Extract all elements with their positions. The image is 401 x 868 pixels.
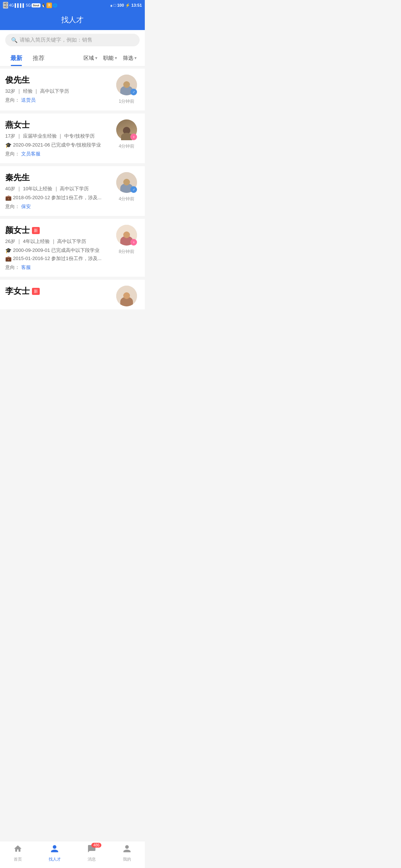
card-left-4: 颜女士 新 26岁 ｜ 4年以上经验 ｜ 高中以下学历 🎓 2000-09-20…: [5, 225, 110, 271]
clock: 13:51: [131, 3, 142, 7]
vpn-icon: 🌐: [53, 3, 57, 7]
intent-row-2: 意向： 文员客服: [5, 151, 110, 157]
time-ago-4: 8分钟前: [119, 249, 135, 255]
avatar-1: ♂: [116, 75, 137, 95]
more-arrow: ▼: [134, 56, 137, 60]
work-icon-4: 💼: [5, 256, 12, 262]
edu-icon: 🎓: [5, 142, 12, 148]
candidate-name-5: 李女士 新: [5, 286, 110, 297]
candidate-name-3: 秦先生: [5, 172, 110, 183]
signal-bars: ▌▌▌▌: [14, 3, 25, 7]
hd-badge: HDHD: [3, 2, 8, 9]
network-4g: 4G: [9, 3, 14, 7]
avatar-5: [116, 286, 137, 306]
beauty-icon: 美: [46, 3, 52, 8]
avatar-2: ♀: [116, 119, 137, 140]
card-right-3: ♂ 4分钟前: [114, 172, 140, 202]
card-right-2: ♀ 4分钟前: [114, 119, 140, 149]
candidate-detail-2-0: 🎓 2020-09-2021-06 已完成中专/技校段学业: [5, 142, 110, 148]
new-badge-5: 新: [32, 288, 40, 295]
intent-row-1: 意向： 送货员: [5, 97, 110, 103]
nfc-icon: □: [114, 3, 116, 7]
candidate-name-1: 俊先生: [5, 75, 110, 86]
intent-row-4: 意向： 客服: [5, 264, 110, 271]
candidate-list: 俊先生 32岁 ｜ 经验 ｜ 高中以下学历 意向： 送货员: [0, 69, 145, 309]
avatar-image-5: [116, 286, 137, 306]
search-placeholder-text: 请输入简历关键字，例如：销售: [20, 37, 92, 43]
intent-row-3: 意向： 保安: [5, 203, 110, 210]
new-badge-4: 新: [32, 227, 40, 234]
time-ago-1: 1分钟前: [119, 98, 135, 105]
gender-badge-2: ♀: [130, 134, 137, 140]
time-ago-2: 4分钟前: [119, 143, 135, 149]
candidate-card[interactable]: 俊先生 32岁 ｜ 经验 ｜ 高中以下学历 意向： 送货员: [0, 69, 145, 114]
intent-link-4[interactable]: 客服: [21, 264, 31, 270]
area-arrow: ▼: [94, 56, 98, 60]
intent-link-1[interactable]: 送货员: [21, 97, 36, 103]
candidate-name-2: 燕女士: [5, 119, 110, 131]
candidate-info-4: 26岁 ｜ 4年以上经验 ｜ 高中以下学历: [5, 238, 110, 245]
charging-icon: ⚡: [125, 3, 130, 8]
battery-level: 100: [117, 3, 124, 7]
card-left-3: 秦先生 40岁 ｜ 10年以上经验 ｜ 高中以下学历 💼 2018-05-202…: [5, 172, 110, 210]
tab-latest[interactable]: 最新: [5, 50, 27, 66]
candidate-detail-4-0: 🎓 2000-09-2009-01 已完成高中以下段学业: [5, 247, 110, 254]
avatar-3: ♂: [116, 172, 137, 193]
search-icon: 🔍: [11, 37, 17, 43]
edu-icon-4: 🎓: [5, 247, 12, 253]
card-left-1: 俊先生 32岁 ｜ 经验 ｜ 高中以下学历 意向： 送货员: [5, 75, 110, 103]
intent-link-3[interactable]: 保安: [21, 204, 31, 209]
avatar-4: ♀: [116, 225, 137, 246]
status-left: HDHD 4G ▌▌▌▌ 5G Soul 🐧 美 🌐: [3, 2, 57, 9]
network-5g: 5G: [26, 3, 31, 7]
qq-icon: 🐧: [41, 3, 46, 7]
time-ago-3: 4分钟前: [119, 196, 135, 202]
candidate-card-5[interactable]: 李女士 新: [0, 280, 145, 309]
gender-badge-3: ♂: [130, 186, 137, 193]
card-left-5: 李女士 新: [5, 286, 110, 299]
function-arrow: ▼: [114, 56, 118, 60]
filter-group: 区域 ▼ 职能 ▼ 筛选 ▼: [81, 53, 140, 64]
filter-function[interactable]: 职能 ▼: [101, 53, 120, 64]
intent-link-2[interactable]: 文员客服: [21, 151, 40, 157]
card-right-5: [114, 286, 140, 306]
candidate-info-3: 40岁 ｜ 10年以上经验 ｜ 高中以下学历: [5, 185, 110, 192]
candidate-info-2: 17岁 ｜ 应届毕业生经验 ｜ 中专/技校学历: [5, 133, 110, 139]
search-container: 🔍 请输入简历关键字，例如：销售: [0, 30, 145, 50]
candidate-info-1: 32岁 ｜ 经验 ｜ 高中以下学历: [5, 88, 110, 95]
page-title: 找人才: [61, 16, 84, 24]
search-bar[interactable]: 🔍 请输入简历关键字，例如：销售: [5, 34, 140, 46]
filter-area[interactable]: 区域 ▼: [81, 53, 100, 64]
gender-badge-1: ♂: [130, 89, 137, 95]
candidate-detail-3-0: 💼 2018-05-2020-12 参加过1份工作，涉及...: [5, 194, 110, 201]
candidate-name-4: 颜女士 新: [5, 225, 110, 236]
bluetooth-icon: ⁎: [110, 3, 113, 8]
tabs-row: 最新 推荐 区域 ▼ 职能 ▼ 筛选 ▼: [0, 50, 145, 66]
filter-more[interactable]: 筛选 ▼: [121, 53, 140, 64]
page-header: 找人才: [0, 10, 145, 30]
candidate-card-4[interactable]: 颜女士 新 26岁 ｜ 4年以上经验 ｜ 高中以下学历 🎓 2000-09-20…: [0, 219, 145, 280]
status-bar: HDHD 4G ▌▌▌▌ 5G Soul 🐧 美 🌐 ⁎ □ 100 ⚡ 13:…: [0, 0, 145, 10]
status-right: ⁎ □ 100 ⚡ 13:51: [110, 3, 142, 8]
tab-recommended[interactable]: 推荐: [27, 50, 50, 66]
candidate-detail-4-1: 💼 2015-01-2016-12 参加过1份工作，涉及...: [5, 255, 110, 262]
card-right-4: ♀ 8分钟前: [114, 225, 140, 255]
work-icon: 💼: [5, 195, 12, 201]
candidate-card-3[interactable]: 秦先生 40岁 ｜ 10年以上经验 ｜ 高中以下学历 💼 2018-05-202…: [0, 166, 145, 219]
soul-label: Soul: [32, 3, 40, 7]
gender-badge-4: ♀: [130, 239, 137, 246]
candidate-card-2[interactable]: 燕女士 17岁 ｜ 应届毕业生经验 ｜ 中专/技校学历 🎓 2020-09-20…: [0, 114, 145, 166]
card-left-2: 燕女士 17岁 ｜ 应届毕业生经验 ｜ 中专/技校学历 🎓 2020-09-20…: [5, 119, 110, 157]
card-right-1: ♂ 1分钟前: [114, 75, 140, 105]
